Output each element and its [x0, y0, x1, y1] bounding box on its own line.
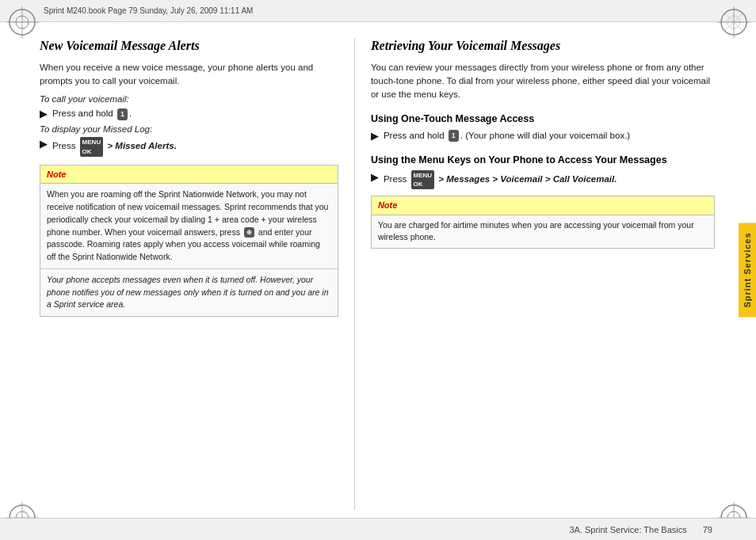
side-tab: Sprint Services	[739, 222, 756, 317]
note-box-2: Note You are charged for airtime minutes…	[371, 196, 715, 249]
to-display-label: To display your Missed Log:	[40, 124, 338, 134]
note-text-2: Your phone accepts messages even when it…	[47, 275, 328, 310]
one-touch-item: ▶ Press and hold 1 . (Your phone will di…	[371, 129, 715, 143]
subsection-1-heading: Using One-Touch Message Access	[371, 113, 715, 124]
bullet-arrow-icon-2: ▶	[40, 137, 48, 151]
note-header: Note	[40, 165, 338, 184]
menu-button-icon-2: MENUOK	[411, 170, 435, 189]
main-content: New Voicemail Message Alerts When you re…	[0, 22, 739, 518]
footer-bar: 3A. Sprint Service: The Basics 79	[0, 518, 756, 540]
bullet-arrow-icon: ▶	[40, 107, 48, 121]
note-body-2: Your phone accepts messages even when it…	[40, 268, 338, 316]
header-text: Sprint M240.book Page 79 Sunday, July 26…	[44, 6, 253, 15]
press-hold-text: Press and hold	[52, 108, 113, 118]
bullet-arrow-icon-4: ▶	[371, 170, 379, 184]
one-touch-note: (Your phone will dial your voicemail box…	[465, 131, 630, 140]
press-menu-content: Press MENUOK > Missed Alerts.	[52, 137, 177, 156]
left-column: New Voicemail Message Alerts When you re…	[0, 38, 354, 510]
press-hold-item: ▶ Press and hold 1 .	[40, 107, 338, 121]
right-column: Retrieving Your Voicemail Messages You c…	[355, 38, 739, 510]
to-call-label: To call your voicemail:	[40, 94, 338, 104]
press-menu-item: ▶ Press MENUOK > Missed Alerts.	[40, 137, 338, 156]
note-body-3: You are charged for airtime minutes when…	[372, 215, 714, 249]
one-touch-content: Press and hold 1 . (Your phone will dial…	[384, 129, 630, 143]
subsection-2-heading: Using the Menu Keys on Your Phone to Acc…	[371, 154, 715, 165]
right-intro-text: You can review your messages directly fr…	[371, 61, 715, 102]
left-intro-text: When you receive a new voice message, yo…	[40, 61, 338, 89]
press-hold-content: Press and hold 1 .	[52, 107, 132, 120]
menu-button-icon: MENUOK	[80, 137, 104, 156]
footer-section-text: 3A. Sprint Service: The Basics	[569, 525, 686, 534]
button-1-icon: 1	[117, 108, 128, 120]
header-bar: Sprint M240.book Page 79 Sunday, July 26…	[0, 0, 756, 22]
press-text: Press	[52, 142, 75, 151]
note-body: When you are roaming off the Sprint Nati…	[40, 184, 338, 268]
note-label: Note	[47, 169, 66, 179]
missed-alerts-text: > Missed Alerts.	[107, 142, 176, 151]
note-box: Note When you are roaming off the Sprint…	[40, 165, 338, 317]
press-text-2: Press	[384, 174, 407, 184]
note-text-3: You are charged for airtime minutes when…	[378, 220, 694, 242]
footer-page-number: 79	[703, 525, 712, 534]
menu-keys-item: ▶ Press MENUOK > Messages > Voicemail > …	[371, 170, 715, 189]
side-tab-label: Sprint Services	[743, 232, 752, 307]
left-section-heading: New Voicemail Message Alerts	[40, 38, 338, 55]
footer-page-info: 3A. Sprint Service: The Basics 79	[569, 525, 712, 534]
bullet-arrow-icon-3: ▶	[371, 129, 379, 143]
note-label-2: Note	[378, 200, 397, 210]
send-button-icon: ⊕	[244, 227, 254, 238]
button-1-icon-2: 1	[449, 130, 459, 142]
menu-keys-content: Press MENUOK > Messages > Voicemail > Ca…	[384, 170, 617, 189]
note-header-2: Note	[372, 196, 714, 215]
menu-path-text: > Messages > Voicemail > Call Voicemail.	[438, 174, 617, 184]
right-section-heading: Retrieving Your Voicemail Messages	[371, 38, 715, 55]
press-hold-text-2: Press and hold	[384, 131, 445, 140]
